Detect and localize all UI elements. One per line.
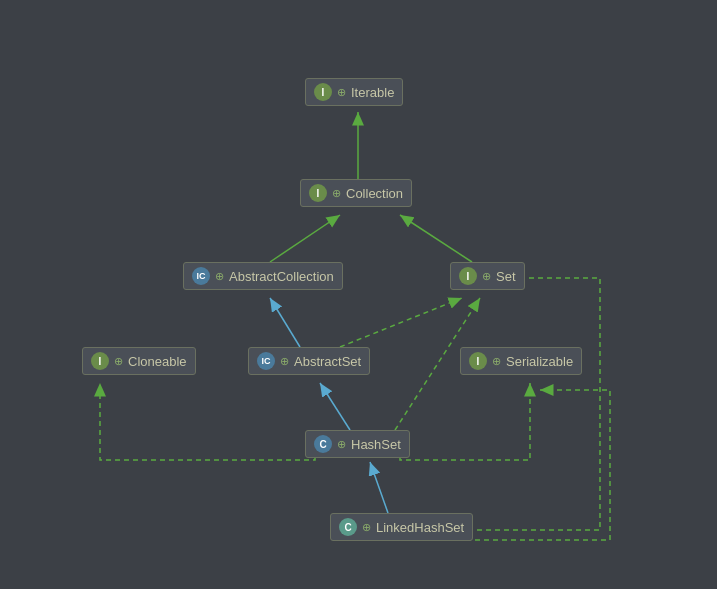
badge-collection: I xyxy=(309,184,327,202)
pkg-icon-iterable: ⊕ xyxy=(337,86,346,99)
node-iterable[interactable]: I ⊕ Iterable xyxy=(305,78,403,106)
pkg-icon-set: ⊕ xyxy=(482,270,491,283)
label-abstractcollection: AbstractCollection xyxy=(229,269,334,284)
badge-linkedhashset: C xyxy=(339,518,357,536)
badge-set: I xyxy=(459,267,477,285)
pkg-icon-serializable: ⊕ xyxy=(492,355,501,368)
badge-serializable: I xyxy=(469,352,487,370)
pkg-icon-abstractcollection: ⊕ xyxy=(215,270,224,283)
svg-line-7 xyxy=(370,462,388,513)
node-linkedhashset[interactable]: C ⊕ LinkedHashSet xyxy=(330,513,473,541)
svg-line-3 xyxy=(270,298,300,347)
node-collection[interactable]: I ⊕ Collection xyxy=(300,179,412,207)
svg-line-4 xyxy=(340,298,462,347)
svg-line-2 xyxy=(400,215,472,262)
label-set: Set xyxy=(496,269,516,284)
badge-cloneable: I xyxy=(91,352,109,370)
label-serializable: Serializable xyxy=(506,354,573,369)
pkg-icon-linkedhashset: ⊕ xyxy=(362,521,371,534)
svg-line-5 xyxy=(320,383,350,430)
label-cloneable: Cloneable xyxy=(128,354,187,369)
label-hashset: HashSet xyxy=(351,437,401,452)
label-abstractset: AbstractSet xyxy=(294,354,361,369)
pkg-icon-cloneable: ⊕ xyxy=(114,355,123,368)
node-hashset[interactable]: C ⊕ HashSet xyxy=(305,430,410,458)
node-serializable[interactable]: I ⊕ Serializable xyxy=(460,347,582,375)
node-abstractset[interactable]: IC ⊕ AbstractSet xyxy=(248,347,370,375)
badge-abstractset: IC xyxy=(257,352,275,370)
label-iterable: Iterable xyxy=(351,85,394,100)
label-collection: Collection xyxy=(346,186,403,201)
pkg-icon-hashset: ⊕ xyxy=(337,438,346,451)
svg-line-1 xyxy=(270,215,340,262)
node-abstractcollection[interactable]: IC ⊕ AbstractCollection xyxy=(183,262,343,290)
pkg-icon-collection: ⊕ xyxy=(332,187,341,200)
badge-iterable: I xyxy=(314,83,332,101)
badge-abstractcollection: IC xyxy=(192,267,210,285)
label-linkedhashset: LinkedHashSet xyxy=(376,520,464,535)
node-cloneable[interactable]: I ⊕ Cloneable xyxy=(82,347,196,375)
node-set[interactable]: I ⊕ Set xyxy=(450,262,525,290)
badge-hashset: C xyxy=(314,435,332,453)
pkg-icon-abstractset: ⊕ xyxy=(280,355,289,368)
diagram-container: I ⊕ Iterable I ⊕ Collection IC ⊕ Abstrac… xyxy=(0,0,717,589)
